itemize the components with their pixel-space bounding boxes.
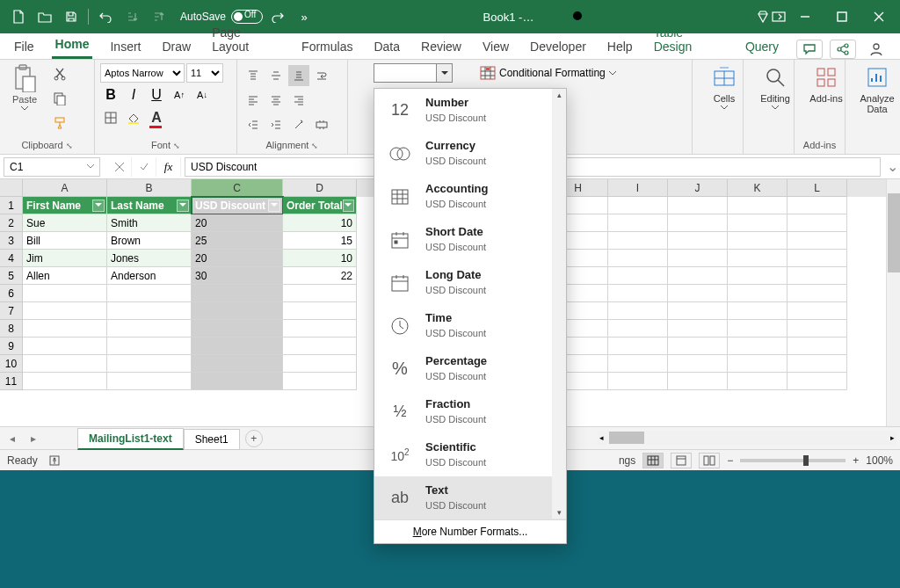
cell[interactable] xyxy=(283,373,357,390)
more-number-formats-button[interactable]: More Number Formats... xyxy=(374,519,566,543)
orientation-button[interactable] xyxy=(288,114,309,135)
numfmt-option-long-date[interactable]: Long DateUSD Discount xyxy=(374,261,566,304)
cell[interactable] xyxy=(788,214,847,232)
display-settings-partial[interactable]: ngs xyxy=(619,454,635,467)
cell[interactable] xyxy=(728,232,788,250)
tab-help[interactable]: Help xyxy=(604,36,636,59)
cell[interactable] xyxy=(788,320,847,338)
cell-last-name[interactable]: Smith xyxy=(107,214,192,232)
filter-dropdown-icon[interactable] xyxy=(92,200,105,212)
cell-last-name[interactable]: Brown xyxy=(107,232,192,250)
row-header[interactable]: 5 xyxy=(0,267,23,285)
cell[interactable] xyxy=(728,214,788,232)
filter-dropdown-icon[interactable] xyxy=(268,200,280,212)
row-header[interactable]: 6 xyxy=(0,285,23,302)
cell[interactable] xyxy=(788,232,847,250)
toggle-off-icon[interactable] xyxy=(231,10,263,24)
cell[interactable] xyxy=(728,373,788,390)
close-button[interactable] xyxy=(861,4,896,29)
col-header-l[interactable]: L xyxy=(788,179,847,197)
cell[interactable] xyxy=(283,320,357,338)
cell[interactable] xyxy=(788,250,847,267)
cell[interactable] xyxy=(728,355,788,373)
numfmt-option-fraction[interactable]: ½FractionUSD Discount xyxy=(374,390,566,433)
col-header-b[interactable]: B xyxy=(107,179,192,197)
align-middle-button[interactable] xyxy=(265,65,287,86)
analyze-data-button[interactable]: Analyze Data xyxy=(851,63,900,114)
fx-button[interactable]: fx xyxy=(156,157,181,177)
cell[interactable] xyxy=(608,267,668,285)
row-header[interactable]: 1 xyxy=(0,197,23,214)
filter-dropdown-icon[interactable] xyxy=(177,200,189,212)
cell-order-total[interactable]: 10 xyxy=(283,250,357,267)
cell[interactable] xyxy=(668,338,728,355)
align-bottom-button[interactable] xyxy=(288,65,309,86)
cell[interactable] xyxy=(668,355,728,373)
row-header[interactable]: 11 xyxy=(0,373,23,390)
shrink-font-button[interactable]: A↓ xyxy=(192,84,213,105)
table-header[interactable]: Last Name xyxy=(107,197,192,214)
cell-order-total[interactable]: 22 xyxy=(283,267,357,285)
tab-review[interactable]: Review xyxy=(417,36,465,59)
numfmt-option-text[interactable]: abTextUSD Discount xyxy=(374,476,566,519)
cell[interactable] xyxy=(107,338,192,355)
cell[interactable] xyxy=(728,320,788,338)
tab-view[interactable]: View xyxy=(479,36,512,59)
cell[interactable] xyxy=(608,355,668,373)
cell[interactable] xyxy=(192,373,283,390)
numfmt-option-time[interactable]: TimeUSD Discount xyxy=(374,304,566,347)
share-button[interactable] xyxy=(830,40,856,59)
tab-developer[interactable]: Developer xyxy=(526,36,590,59)
horizontal-scrollbar[interactable]: ◂ ▸ xyxy=(598,431,896,445)
tab-page-layout[interactable]: Page Layout xyxy=(208,22,284,59)
sheet-tab-2[interactable]: Sheet1 xyxy=(184,429,240,450)
ribbon-mode-icon[interactable] xyxy=(772,11,786,23)
slider-handle[interactable] xyxy=(803,455,809,466)
cell[interactable] xyxy=(283,285,357,302)
merge-button[interactable] xyxy=(311,114,332,135)
cell[interactable] xyxy=(283,355,357,373)
tab-draw[interactable]: Draw xyxy=(158,36,194,59)
cell-order-total[interactable]: 15 xyxy=(283,232,357,250)
dropdown-scrollbar[interactable]: ▴ ▾ xyxy=(552,89,566,519)
table-header[interactable]: USD Discount xyxy=(192,197,283,214)
row-header[interactable]: 2 xyxy=(0,214,23,232)
col-header-a[interactable]: A xyxy=(23,179,107,197)
cell[interactable] xyxy=(192,355,283,373)
accessibility-icon[interactable] xyxy=(48,454,61,467)
borders-button[interactable] xyxy=(100,107,121,128)
cell[interactable] xyxy=(192,302,283,320)
scroll-down-icon[interactable]: ▾ xyxy=(552,506,566,519)
cell[interactable] xyxy=(728,338,788,355)
tab-data[interactable]: Data xyxy=(370,36,403,59)
zoom-out-button[interactable]: − xyxy=(727,454,733,467)
cell[interactable] xyxy=(788,197,847,214)
cell[interactable] xyxy=(608,373,668,390)
name-box[interactable]: C1 xyxy=(4,157,100,177)
cell[interactable] xyxy=(728,267,788,285)
col-header-d[interactable]: D xyxy=(283,179,357,197)
open-file-icon[interactable] xyxy=(33,5,56,28)
cell-usd-discount[interactable]: 30 xyxy=(192,267,283,285)
increase-indent-button[interactable] xyxy=(265,114,287,135)
row-header[interactable]: 9 xyxy=(0,338,23,355)
numfmt-option-scientific[interactable]: 102ScientificUSD Discount xyxy=(374,433,566,476)
cell[interactable] xyxy=(788,373,847,390)
col-header-c[interactable]: C xyxy=(192,179,283,197)
numfmt-option-percentage[interactable]: %PercentageUSD Discount xyxy=(374,347,566,390)
tab-query[interactable]: Query xyxy=(742,36,782,59)
cell[interactable] xyxy=(192,285,283,302)
bold-button[interactable]: B xyxy=(100,84,121,105)
expand-formulabar-icon[interactable]: ⌄ xyxy=(884,158,900,175)
row-header[interactable]: 3 xyxy=(0,232,23,250)
cancel-formula-button[interactable] xyxy=(107,157,132,177)
format-painter-icon[interactable] xyxy=(49,113,70,134)
wrap-text-button[interactable] xyxy=(311,65,332,86)
cell[interactable] xyxy=(788,338,847,355)
cell[interactable] xyxy=(608,320,668,338)
conditional-formatting-button[interactable]: Conditional Formatting xyxy=(475,63,621,83)
tab-insert[interactable]: Insert xyxy=(106,36,144,59)
cell-last-name[interactable]: Anderson xyxy=(107,267,192,285)
sheet-nav-prev[interactable]: ◂ xyxy=(4,430,21,447)
italic-button[interactable]: I xyxy=(123,84,144,105)
